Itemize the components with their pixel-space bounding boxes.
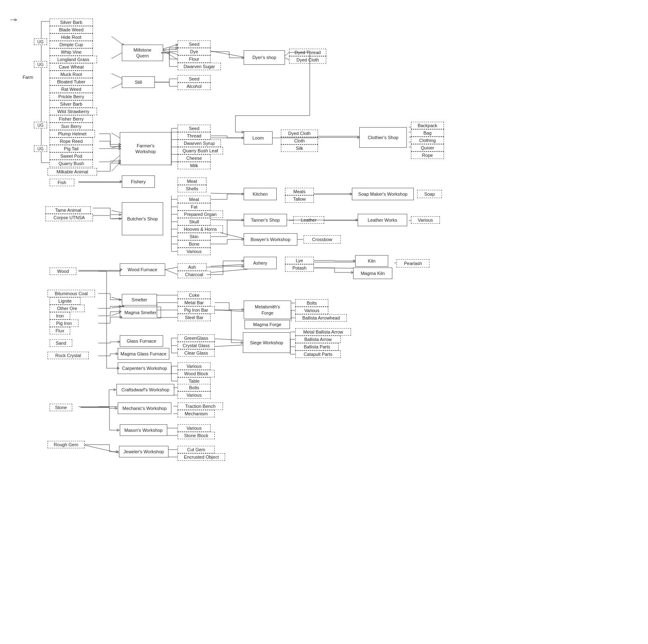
glass-furnace: Glass Furnace xyxy=(120,335,163,347)
fw-out-seed: Seed xyxy=(178,125,211,132)
ug-label-3: UG xyxy=(34,122,47,128)
svg-line-49 xyxy=(211,345,248,347)
bituminous-coal: Bituminous Coal xyxy=(47,290,95,297)
loom: Loom xyxy=(244,131,273,144)
fw-out-milk: Milk xyxy=(178,162,211,169)
rat-weed: Rat Weed xyxy=(50,85,93,93)
carp-wood-block: Wood Block xyxy=(178,370,215,377)
hide-root: Hide Root xyxy=(50,33,93,41)
clothiers-shop: Clothier's Shop xyxy=(359,127,407,148)
metalsmiths-forge: Metalsmith'sForge xyxy=(244,301,291,319)
mech-mechanism: Mechanism xyxy=(178,410,215,417)
loom-out-cloth: Cloth xyxy=(281,137,318,144)
wf-ash: Ash xyxy=(178,263,207,271)
dyed-thread: Dyed Thread xyxy=(289,49,326,56)
lignite: Lignite xyxy=(50,297,81,305)
sun-berry: Sun Berry xyxy=(50,123,93,130)
masons-workshop: Mason's Workshop xyxy=(120,424,167,436)
smelter-steel-bar: Steel Bar xyxy=(178,314,211,321)
silver-barb-2: Silver Barb xyxy=(50,100,93,108)
leather-works: Leather Works xyxy=(358,214,407,226)
forge-ballista-arrowhead: Ballista Arrowhead xyxy=(295,314,347,322)
corpse-utnsa: Corpse UTNSA xyxy=(45,214,93,221)
kitchen-meals: Meals xyxy=(285,188,314,195)
svg-line-28 xyxy=(211,193,248,194)
production-diagram: Farm UG UG UG UG Silver Barb Blade Weed … xyxy=(0,0,648,644)
smelter-pig-iron-bar: Pig Iron Bar xyxy=(178,306,215,314)
bloated-tuber: Bloated Tuber xyxy=(50,78,93,85)
kiln: Kiln xyxy=(355,255,388,267)
clothiers-rope: Rope xyxy=(411,152,444,159)
magma-forge: Magma Forge xyxy=(244,320,290,329)
stone: Stone xyxy=(50,404,72,411)
muck-root: Muck Root xyxy=(50,71,93,78)
butcher-hooves: Hooves & Horns xyxy=(178,225,223,233)
wild-strawberry: Wild Strawberry xyxy=(50,108,97,115)
loom-out-dyed-cloth: Dyed Cloth xyxy=(281,130,318,137)
fw-out-cheese: Cheese xyxy=(178,154,211,162)
svg-line-3 xyxy=(112,36,124,45)
craft-various: Various xyxy=(178,391,211,399)
rock-crystal: Rock Crystal xyxy=(47,352,89,359)
tanners-shop: Tanner's Shop xyxy=(244,214,287,226)
svg-line-38 xyxy=(211,269,248,272)
butchers-shop: Butcher's Shop xyxy=(122,202,163,235)
svg-line-58 xyxy=(285,58,289,60)
pig-iron: Pig Iron xyxy=(50,320,78,327)
crossbow: Crossbow xyxy=(304,235,341,244)
magma-glass-furnace: Magma Glass Furnace xyxy=(118,348,169,360)
jewelers-workshop: Jeweler's Workshop xyxy=(119,446,169,457)
svg-line-37 xyxy=(211,264,248,266)
butcher-skull: Skull xyxy=(178,218,211,225)
kiln-pearlash: Pearlash xyxy=(396,259,430,268)
cave-wheat: Cave Wheat xyxy=(50,63,93,71)
quarry-bush: Quarry Bush xyxy=(50,160,93,167)
wf-charcoal: Charcoal xyxy=(178,271,211,278)
millstone-quern: MillstoneQuern xyxy=(122,45,163,61)
farmers-workshop: Farmer'sWorkshop xyxy=(120,132,171,165)
siege-ballista-parts: Ballista Parts xyxy=(295,343,339,350)
ashery-lye: Lye xyxy=(285,257,314,264)
forge-various: Various xyxy=(295,307,328,314)
glass-crystal-glass: Crystal Glass xyxy=(178,342,215,349)
wood: Wood xyxy=(50,268,76,275)
carp-various: Various xyxy=(178,362,211,370)
pig-tail: Pig Tail xyxy=(50,145,93,152)
butcher-meat: Meat xyxy=(178,196,211,203)
svg-line-9 xyxy=(161,50,178,54)
connection-lines xyxy=(0,0,648,644)
soap-makers-workshop: Soap Maker's Workshop xyxy=(352,188,414,200)
craftsdwarfs-workshop: Craftsdwarf's Workshop xyxy=(116,384,174,395)
mechanics-workshop: Mechanic's Workshop xyxy=(118,402,171,414)
plump-helmet: Plump Helmet xyxy=(50,130,95,137)
wood-furnace: Wood Furnace xyxy=(120,263,165,276)
prickle-berry: Prickle Berry xyxy=(50,93,93,100)
still-out-alcohol: Alcohol xyxy=(178,83,211,90)
carpenters-workshop: Carpenter's Workshop xyxy=(118,362,171,374)
fw-out-thread: Thread xyxy=(178,132,211,140)
glass-greenglass: GreenGlass xyxy=(178,334,215,342)
iron: Iron xyxy=(50,312,70,320)
smelter-coke: Coke xyxy=(178,291,211,299)
butcher-prepared-organ: Prepared Organ xyxy=(178,211,223,218)
siege-catapult-parts: Catapult Parts xyxy=(295,350,341,358)
smelter: Smelter xyxy=(122,294,157,305)
fishery-shells: Shells xyxy=(178,185,207,192)
loom-out-silk: Silk xyxy=(281,144,318,152)
svg-line-57 xyxy=(285,52,289,56)
smelter-metal-bar: Metal Bar xyxy=(178,299,211,306)
butcher-various: Various xyxy=(178,248,211,255)
ashery-potash: Potash xyxy=(285,264,314,272)
bowyers-workshop: Bowyer's Workshop xyxy=(244,233,297,246)
butcher-bone: Bone xyxy=(178,240,211,248)
forge-bolts: Bolts xyxy=(295,299,328,307)
longland-grass: Longland Grass xyxy=(50,56,97,63)
svg-line-29 xyxy=(211,220,248,220)
sand: Sand xyxy=(50,339,72,347)
millstone-out-seed: Seed xyxy=(178,40,211,48)
fishery: Fishery xyxy=(122,175,155,188)
jewel-cut-gem: Cut Gem xyxy=(178,446,215,453)
millstone-out-dye: Dye xyxy=(178,48,211,55)
magma-smelter: Magma Smelter xyxy=(120,307,161,318)
svg-line-50 xyxy=(211,339,248,341)
